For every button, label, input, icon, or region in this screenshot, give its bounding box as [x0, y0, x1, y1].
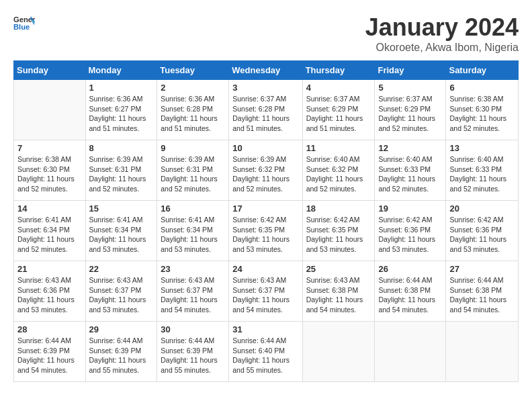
calendar-week-2: 7Sunrise: 6:38 AMSunset: 6:30 PMDaylight…	[14, 140, 519, 201]
calendar-cell: 6Sunrise: 6:38 AMSunset: 6:30 PMDaylight…	[446, 80, 519, 140]
day-number: 24	[232, 264, 298, 274]
day-info: Sunrise: 6:43 AMSunset: 6:37 PMDaylight:…	[161, 275, 225, 315]
page-header: General Blue January 2024 Okoroete, Akwa…	[13, 13, 519, 54]
day-info: Sunrise: 6:44 AMSunset: 6:39 PMDaylight:…	[17, 336, 82, 375]
calendar-cell: 17Sunrise: 6:42 AMSunset: 6:35 PMDayligh…	[229, 201, 302, 261]
calendar-cell: 27Sunrise: 6:44 AMSunset: 6:38 PMDayligh…	[446, 261, 519, 322]
weekday-friday: Friday	[375, 61, 446, 80]
day-info: Sunrise: 6:41 AMSunset: 6:34 PMDaylight:…	[161, 215, 225, 255]
calendar-cell: 3Sunrise: 6:37 AMSunset: 6:28 PMDaylight…	[229, 80, 302, 140]
day-info: Sunrise: 6:40 AMSunset: 6:32 PMDaylight:…	[306, 154, 371, 194]
day-number: 9	[161, 143, 225, 153]
calendar-cell: 8Sunrise: 6:39 AMSunset: 6:31 PMDaylight…	[85, 140, 157, 201]
calendar-cell: 24Sunrise: 6:43 AMSunset: 6:37 PMDayligh…	[229, 261, 302, 322]
calendar-cell: 7Sunrise: 6:38 AMSunset: 6:30 PMDaylight…	[14, 140, 86, 201]
day-number: 28	[17, 324, 82, 334]
day-number: 13	[449, 143, 515, 153]
day-info: Sunrise: 6:44 AMSunset: 6:38 PMDaylight:…	[449, 275, 515, 315]
calendar-cell: 2Sunrise: 6:36 AMSunset: 6:28 PMDaylight…	[157, 80, 229, 140]
day-number: 17	[232, 203, 298, 214]
day-number: 15	[89, 203, 154, 214]
calendar-cell: 23Sunrise: 6:43 AMSunset: 6:37 PMDayligh…	[157, 261, 229, 322]
calendar-cell: 12Sunrise: 6:40 AMSunset: 6:33 PMDayligh…	[375, 140, 446, 201]
logo: General Blue	[13, 13, 35, 32]
month-title: January 2024	[365, 13, 519, 42]
calendar-cell: 25Sunrise: 6:43 AMSunset: 6:38 PMDayligh…	[302, 261, 375, 322]
day-number: 2	[161, 83, 225, 93]
day-info: Sunrise: 6:43 AMSunset: 6:37 PMDaylight:…	[89, 275, 154, 315]
day-info: Sunrise: 6:41 AMSunset: 6:34 PMDaylight:…	[89, 215, 154, 255]
calendar-cell: 29Sunrise: 6:44 AMSunset: 6:39 PMDayligh…	[85, 322, 157, 382]
day-number: 12	[378, 143, 442, 153]
weekday-header-row: SundayMondayTuesdayWednesdayThursdayFrid…	[14, 61, 519, 80]
day-number: 1	[89, 83, 154, 93]
weekday-thursday: Thursday	[302, 61, 375, 80]
day-info: Sunrise: 6:44 AMSunset: 6:38 PMDaylight:…	[378, 275, 442, 315]
calendar-cell: 21Sunrise: 6:43 AMSunset: 6:36 PMDayligh…	[14, 261, 86, 322]
logo-icon: General Blue	[13, 13, 35, 32]
calendar-week-4: 21Sunrise: 6:43 AMSunset: 6:36 PMDayligh…	[14, 261, 519, 322]
calendar-cell: 28Sunrise: 6:44 AMSunset: 6:39 PMDayligh…	[14, 322, 86, 382]
day-number: 3	[232, 83, 298, 93]
weekday-wednesday: Wednesday	[229, 61, 302, 80]
calendar-week-3: 14Sunrise: 6:41 AMSunset: 6:34 PMDayligh…	[14, 201, 519, 261]
day-info: Sunrise: 6:37 AMSunset: 6:29 PMDaylight:…	[306, 94, 371, 134]
calendar-cell: 9Sunrise: 6:39 AMSunset: 6:31 PMDaylight…	[157, 140, 229, 201]
calendar-cell: 30Sunrise: 6:44 AMSunset: 6:39 PMDayligh…	[157, 322, 229, 382]
day-number: 6	[449, 83, 515, 93]
day-number: 29	[89, 324, 154, 334]
day-info: Sunrise: 6:40 AMSunset: 6:33 PMDaylight:…	[378, 154, 442, 194]
svg-text:Blue: Blue	[13, 23, 30, 31]
calendar-cell: 31Sunrise: 6:44 AMSunset: 6:40 PMDayligh…	[229, 322, 302, 382]
day-info: Sunrise: 6:43 AMSunset: 6:36 PMDaylight:…	[17, 275, 82, 315]
day-info: Sunrise: 6:39 AMSunset: 6:31 PMDaylight:…	[161, 154, 225, 194]
calendar-cell: 4Sunrise: 6:37 AMSunset: 6:29 PMDaylight…	[302, 80, 375, 140]
day-number: 4	[306, 83, 371, 93]
day-info: Sunrise: 6:36 AMSunset: 6:28 PMDaylight:…	[161, 94, 225, 134]
day-info: Sunrise: 6:38 AMSunset: 6:30 PMDaylight:…	[449, 94, 515, 134]
calendar-cell: 10Sunrise: 6:39 AMSunset: 6:32 PMDayligh…	[229, 140, 302, 201]
calendar-cell	[375, 322, 446, 382]
day-info: Sunrise: 6:39 AMSunset: 6:31 PMDaylight:…	[89, 154, 154, 194]
location: Okoroete, Akwa Ibom, Nigeria	[365, 42, 519, 54]
day-number: 10	[232, 143, 298, 153]
day-info: Sunrise: 6:41 AMSunset: 6:34 PMDaylight:…	[17, 215, 82, 255]
day-info: Sunrise: 6:36 AMSunset: 6:27 PMDaylight:…	[89, 94, 154, 134]
day-number: 14	[17, 203, 82, 214]
calendar-cell: 11Sunrise: 6:40 AMSunset: 6:32 PMDayligh…	[302, 140, 375, 201]
day-info: Sunrise: 6:44 AMSunset: 6:40 PMDaylight:…	[232, 336, 298, 375]
day-number: 8	[89, 143, 154, 153]
calendar-week-1: 1Sunrise: 6:36 AMSunset: 6:27 PMDaylight…	[14, 80, 519, 140]
weekday-tuesday: Tuesday	[157, 61, 229, 80]
day-number: 30	[161, 324, 225, 334]
calendar-week-5: 28Sunrise: 6:44 AMSunset: 6:39 PMDayligh…	[14, 322, 519, 382]
day-info: Sunrise: 6:42 AMSunset: 6:36 PMDaylight:…	[378, 215, 442, 255]
calendar-cell: 26Sunrise: 6:44 AMSunset: 6:38 PMDayligh…	[375, 261, 446, 322]
day-number: 11	[306, 143, 371, 153]
day-number: 18	[306, 203, 371, 214]
calendar-cell: 22Sunrise: 6:43 AMSunset: 6:37 PMDayligh…	[85, 261, 157, 322]
weekday-saturday: Saturday	[446, 61, 519, 80]
day-info: Sunrise: 6:42 AMSunset: 6:35 PMDaylight:…	[232, 215, 298, 255]
calendar-cell: 20Sunrise: 6:42 AMSunset: 6:36 PMDayligh…	[446, 201, 519, 261]
calendar-cell	[446, 322, 519, 382]
day-info: Sunrise: 6:37 AMSunset: 6:29 PMDaylight:…	[378, 94, 442, 134]
day-info: Sunrise: 6:42 AMSunset: 6:35 PMDaylight:…	[306, 215, 371, 255]
calendar-cell: 14Sunrise: 6:41 AMSunset: 6:34 PMDayligh…	[14, 201, 86, 261]
day-number: 19	[378, 203, 442, 214]
day-number: 21	[17, 264, 82, 274]
calendar-body: 1Sunrise: 6:36 AMSunset: 6:27 PMDaylight…	[14, 80, 519, 382]
day-info: Sunrise: 6:37 AMSunset: 6:28 PMDaylight:…	[232, 94, 298, 134]
day-number: 31	[232, 324, 298, 334]
calendar-cell: 13Sunrise: 6:40 AMSunset: 6:33 PMDayligh…	[446, 140, 519, 201]
day-info: Sunrise: 6:44 AMSunset: 6:39 PMDaylight:…	[161, 336, 225, 375]
day-number: 26	[378, 264, 442, 274]
title-block: January 2024 Okoroete, Akwa Ibom, Nigeri…	[365, 13, 519, 54]
calendar-cell: 5Sunrise: 6:37 AMSunset: 6:29 PMDaylight…	[375, 80, 446, 140]
day-number: 5	[378, 83, 442, 93]
day-info: Sunrise: 6:43 AMSunset: 6:37 PMDaylight:…	[232, 275, 298, 315]
calendar-cell	[302, 322, 375, 382]
day-info: Sunrise: 6:40 AMSunset: 6:33 PMDaylight:…	[449, 154, 515, 194]
calendar-cell: 16Sunrise: 6:41 AMSunset: 6:34 PMDayligh…	[157, 201, 229, 261]
day-info: Sunrise: 6:42 AMSunset: 6:36 PMDaylight:…	[449, 215, 515, 255]
